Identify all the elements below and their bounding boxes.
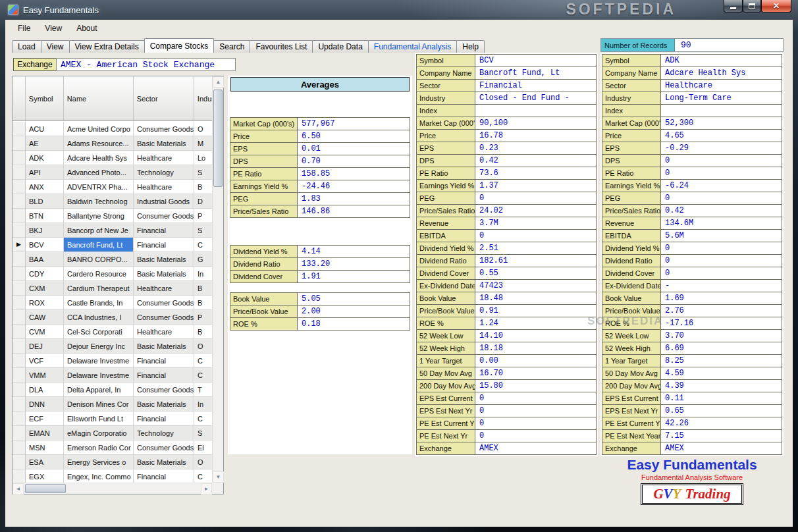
cell-sector[interactable]: Technology (134, 165, 194, 180)
cell-sector[interactable]: Consumer Goods (134, 383, 194, 397)
cell-sector[interactable]: Consumer Goods (134, 122, 194, 136)
scroll-right-icon[interactable]: ► (201, 483, 212, 494)
scroll-left-icon[interactable]: ◄ (13, 483, 24, 494)
cell-name[interactable]: Cardium Therapeut (64, 281, 134, 296)
row-selector[interactable]: ▶ (13, 267, 26, 281)
cell-name[interactable]: Cel-Sci Corporati (64, 325, 134, 339)
cell-name[interactable]: Ballantyne Strong (64, 209, 134, 223)
cell-industry[interactable]: In (194, 267, 212, 281)
cell-name[interactable]: Advanced Photo... (64, 165, 134, 180)
row-selector[interactable]: ▶ (13, 440, 26, 455)
vertical-scroll-thumb[interactable] (213, 90, 223, 187)
row-selector[interactable]: ▶ (13, 368, 26, 383)
row-selector[interactable]: ▶ (13, 310, 26, 325)
row-selector[interactable]: ▶ (13, 122, 26, 136)
cell-symbol[interactable]: BLD (26, 194, 64, 209)
row-selector[interactable]: ▶ (13, 223, 26, 238)
table-row[interactable]: ▶ BTN Ballantyne Strong Consumer Goods P (13, 209, 212, 223)
row-selector[interactable]: ▶ (13, 296, 26, 310)
cell-name[interactable]: Castle Brands, In (64, 296, 134, 310)
scroll-up-icon[interactable]: ▲ (213, 76, 224, 88)
cell-industry[interactable]: O (194, 455, 212, 469)
cell-name[interactable]: Adams Resource... (64, 136, 134, 151)
horizontal-scroll-thumb[interactable] (25, 484, 66, 493)
table-row[interactable]: ▶ BLD Baldwin Technolog Industrial Goods… (13, 194, 212, 209)
cell-symbol[interactable]: AE (26, 136, 64, 151)
table-row[interactable]: ▶ BAA BANRO CORPO... Basic Materials G (13, 252, 212, 267)
cell-sector[interactable]: Basic Materials (134, 252, 194, 267)
cell-name[interactable]: Bancorp of New Je (64, 223, 134, 238)
cell-name[interactable]: Adcare Health Sys (64, 151, 134, 165)
cell-name[interactable]: CCA Industries, I (64, 310, 134, 325)
cell-sector[interactable]: Financial (134, 223, 194, 238)
row-selector[interactable]: ▶ (13, 339, 26, 354)
table-row[interactable]: ▶ ACU Acme United Corpo Consumer Goods O (13, 122, 212, 136)
cell-name[interactable]: Cardero Resource (64, 267, 134, 281)
menu-item[interactable]: View (38, 21, 69, 36)
column-header[interactable]: Symbol (26, 76, 64, 120)
row-selector[interactable]: ▶ (13, 136, 26, 151)
cell-symbol[interactable]: BCV (26, 238, 64, 252)
cell-sector[interactable]: Consumer Goods (134, 440, 194, 455)
row-selector[interactable]: ▶ (13, 209, 26, 223)
cell-sector[interactable]: Basic Materials (134, 136, 194, 151)
table-row[interactable]: ▶ CVM Cel-Sci Corporati Healthcare B (13, 325, 212, 339)
cell-sector[interactable]: Consumer Goods (134, 209, 194, 223)
cell-symbol[interactable]: ACU (26, 122, 64, 136)
row-selector[interactable]: ▶ (13, 412, 26, 426)
cell-industry[interactable]: B (194, 281, 212, 296)
table-row[interactable]: ▶ API Advanced Photo... Technology S (13, 165, 212, 180)
cell-industry[interactable]: B (194, 180, 212, 194)
table-row[interactable]: ▶ AE Adams Resource... Basic Materials M (13, 136, 212, 151)
cell-symbol[interactable]: VCF (26, 354, 64, 368)
cell-sector[interactable]: Basic Materials (134, 455, 194, 469)
row-selector[interactable]: ▶ (13, 354, 26, 368)
cell-symbol[interactable]: ANX (26, 180, 64, 194)
cell-name[interactable]: ADVENTRX Pha... (64, 180, 134, 194)
cell-sector[interactable]: Financial (134, 412, 194, 426)
cell-symbol[interactable]: CXM (26, 281, 64, 296)
cell-industry[interactable]: G (194, 252, 212, 267)
cell-industry[interactable]: B (194, 296, 212, 310)
row-selector[interactable]: ▶ (13, 194, 26, 209)
cell-sector[interactable]: Financial (134, 469, 194, 483)
cell-industry[interactable]: C (194, 412, 212, 426)
table-row[interactable]: ▶ VMM Delaware Investme Financial C (13, 368, 212, 383)
cell-name[interactable]: Emerson Radio Cor (64, 440, 134, 455)
cell-sector[interactable]: Consumer Goods (134, 310, 194, 325)
table-row[interactable]: ▶ DEJ Dejour Energy Inc Basic Materials … (13, 339, 212, 354)
cell-sector[interactable]: Healthcare (134, 151, 194, 165)
cell-sector[interactable]: Financial (134, 354, 194, 368)
cell-industry[interactable]: D (194, 194, 212, 209)
close-button[interactable]: ✕ (761, 0, 791, 13)
table-row[interactable]: ▶ CXM Cardium Therapeut Healthcare B (13, 281, 212, 296)
tab[interactable]: Favourites List (250, 40, 313, 53)
cell-sector[interactable]: Basic Materials (134, 397, 194, 412)
cell-industry[interactable]: C (194, 469, 212, 483)
cell-name[interactable]: Baldwin Technolog (64, 194, 134, 209)
cell-name[interactable]: Delaware Investme (64, 368, 134, 383)
cell-sector[interactable]: Financial (134, 368, 194, 383)
cell-symbol[interactable]: EGX (26, 469, 64, 483)
column-header[interactable]: Name (64, 76, 134, 120)
row-selector[interactable]: ▶ (13, 238, 26, 252)
vertical-scrollbar[interactable]: ▲ ▼ (212, 76, 223, 483)
cell-symbol[interactable]: CDY (26, 267, 64, 281)
cell-symbol[interactable]: ECF (26, 412, 64, 426)
table-row[interactable]: ▶ ADK Adcare Health Sys Healthcare Lo (13, 151, 212, 165)
cell-industry[interactable]: P (194, 209, 212, 223)
cell-industry[interactable]: O (194, 122, 212, 136)
cell-name[interactable]: Denison Mines Cor (64, 397, 134, 412)
cell-industry[interactable]: P (194, 310, 212, 325)
cell-symbol[interactable]: VMM (26, 368, 64, 383)
cell-name[interactable]: BANRO CORPO... (64, 252, 134, 267)
cell-symbol[interactable]: ADK (26, 151, 64, 165)
row-selector[interactable]: ▶ (13, 383, 26, 397)
row-selector[interactable]: ▶ (13, 469, 26, 483)
cell-name[interactable]: Delaware Investme (64, 354, 134, 368)
tab[interactable]: Update Data (312, 40, 368, 53)
cell-sector[interactable]: Financial (134, 238, 194, 252)
cell-symbol[interactable]: DNN (26, 397, 64, 412)
cell-industry[interactable]: S (194, 426, 212, 440)
cell-sector[interactable]: Basic Materials (134, 267, 194, 281)
